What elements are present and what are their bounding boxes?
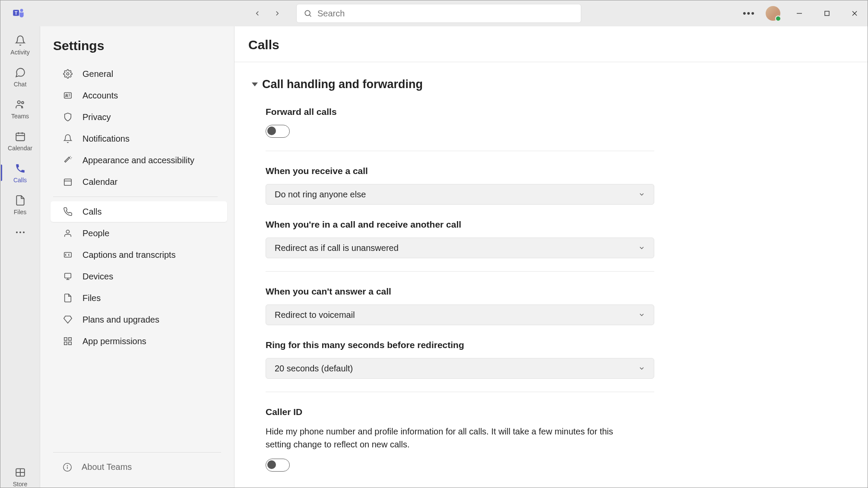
rail-calendar[interactable]: Calendar (1, 130, 40, 152)
dropdown-value: Do not ring anyone else (275, 190, 366, 200)
chevron-down-icon (252, 82, 258, 86)
sidebar-item-plans[interactable]: Plans and upgrades (51, 309, 227, 330)
svg-rect-26 (64, 179, 72, 186)
svg-point-39 (67, 465, 68, 466)
svg-rect-22 (64, 93, 72, 98)
sidebar-item-label: Privacy (82, 112, 111, 122)
rail-files[interactable]: Files (1, 194, 40, 215)
svg-point-23 (66, 94, 67, 96)
content-area: Calls Call handling and forwarding Forwa… (234, 26, 868, 488)
dropdown-value: 20 seconds (default) (275, 364, 353, 374)
info-icon (63, 463, 72, 472)
sidebar-item-app-permissions[interactable]: App permissions (51, 331, 227, 352)
sidebar-item-privacy[interactable]: Privacy (51, 107, 227, 127)
calendar-icon (14, 130, 27, 143)
presence-available-icon (775, 16, 781, 22)
id-card-icon (63, 90, 73, 101)
file-icon (63, 293, 73, 303)
forward-all-calls-label: Forward all calls (266, 107, 654, 117)
chevron-down-icon (638, 365, 645, 372)
caller-id-toggle[interactable] (266, 459, 290, 472)
cant-answer-dropdown[interactable]: Redirect to voicemail (266, 304, 654, 325)
back-button[interactable] (251, 7, 263, 19)
in-call-label: When you're in a call and receive anothe… (266, 219, 654, 230)
svg-point-3 (305, 10, 310, 16)
svg-rect-30 (65, 273, 71, 278)
caller-id-description: Hide my phone number and profile informa… (266, 425, 637, 451)
rail-activity[interactable]: Activity (1, 34, 40, 56)
rail-calls[interactable]: Calls (1, 162, 40, 184)
more-options-button[interactable]: ••• (743, 8, 755, 19)
sidebar-item-captions[interactable]: Captions and transcripts (51, 244, 227, 265)
svg-point-1 (20, 9, 23, 12)
chevron-down-icon (638, 244, 645, 251)
magic-wand-icon (63, 155, 73, 165)
rail-calendar-label: Calendar (8, 145, 32, 152)
sidebar-item-label: Calls (82, 207, 101, 217)
bell-icon (14, 34, 27, 47)
divider (53, 196, 218, 197)
store-icon (14, 466, 27, 479)
svg-point-16 (19, 231, 21, 233)
sidebar-item-calls[interactable]: Calls (51, 201, 227, 222)
sidebar-item-label: Calendar (82, 177, 117, 187)
settings-title: Settings (40, 26, 234, 63)
sidebar-item-people[interactable]: People (51, 223, 227, 244)
rail-activity-label: Activity (10, 49, 29, 56)
rail-teams[interactable]: Teams (1, 98, 40, 120)
app-rail: Activity Chat Teams Calendar Calls Files (0, 26, 40, 488)
minimize-button[interactable] (791, 5, 808, 22)
sidebar-item-label: App permissions (82, 336, 146, 346)
sidebar-item-notifications[interactable]: Notifications (51, 128, 227, 149)
svg-point-21 (67, 73, 69, 75)
captions-icon (63, 250, 73, 260)
ring-duration-label: Ring for this many seconds before redire… (266, 340, 654, 350)
about-teams-label: About Teams (82, 462, 132, 472)
sidebar-item-label: Files (82, 293, 101, 303)
rail-store[interactable]: Store (1, 466, 40, 488)
sidebar-item-label: Devices (82, 272, 113, 282)
bell-icon (63, 133, 73, 144)
svg-line-4 (310, 15, 311, 17)
in-call-dropdown[interactable]: Redirect as if call is unanswered (266, 238, 654, 258)
svg-point-28 (66, 230, 69, 233)
ring-duration-dropdown[interactable]: 20 seconds (default) (266, 358, 654, 379)
rail-store-label: Store (13, 481, 27, 488)
rail-files-label: Files (14, 209, 27, 215)
toggle-knob-icon (267, 460, 276, 469)
page-title: Calls (248, 38, 854, 52)
search-input[interactable] (317, 9, 574, 19)
dropdown-value: Redirect to voicemail (275, 310, 355, 320)
svg-point-15 (16, 231, 18, 233)
sidebar-item-general[interactable]: General (51, 63, 227, 84)
devices-icon (63, 271, 73, 282)
sidebar-item-devices[interactable]: Devices (51, 266, 227, 287)
receive-call-dropdown[interactable]: Do not ring anyone else (266, 184, 654, 205)
settings-sidebar: Settings General Accounts Privacy Notifi… (40, 26, 234, 488)
diamond-icon (63, 314, 73, 325)
forward-all-calls-toggle[interactable] (266, 125, 290, 138)
sidebar-item-calendar[interactable]: Calendar (51, 171, 227, 192)
sidebar-item-label: Plans and upgrades (82, 315, 159, 325)
sidebar-item-files[interactable]: Files (51, 288, 227, 308)
forward-button[interactable] (271, 7, 283, 19)
profile-avatar-button[interactable] (766, 6, 780, 21)
rail-more[interactable] (1, 226, 40, 239)
about-teams-button[interactable]: About Teams (51, 457, 231, 477)
sidebar-item-accounts[interactable]: Accounts (51, 85, 227, 106)
rail-chat-label: Chat (14, 81, 27, 88)
sidebar-item-label: Appearance and accessibility (82, 155, 194, 165)
section-toggle-button[interactable]: Call handling and forwarding (252, 78, 850, 91)
svg-point-9 (17, 101, 20, 104)
svg-rect-34 (69, 338, 71, 340)
maximize-button[interactable] (818, 5, 836, 22)
svg-point-17 (23, 231, 25, 233)
search-box[interactable] (296, 4, 581, 23)
rail-chat[interactable]: Chat (1, 66, 40, 88)
sidebar-item-appearance[interactable]: Appearance and accessibility (51, 150, 227, 171)
sidebar-item-label: Notifications (82, 134, 130, 144)
shield-icon (63, 112, 73, 122)
caller-id-label: Caller ID (266, 407, 850, 417)
cant-answer-label: When you can't answer a call (266, 286, 850, 297)
close-button[interactable] (846, 5, 863, 22)
